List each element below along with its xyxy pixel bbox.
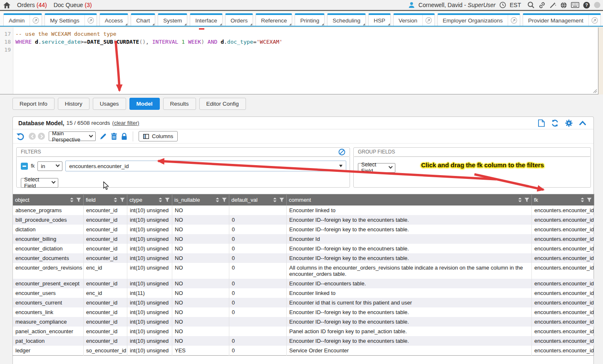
table-row[interactable]: dictationencounter_idint(10) unsignedNO0… [13,225,594,234]
wand-icon[interactable] [549,2,556,9]
table-row[interactable]: pat_locationencounter_idint(10) unsigned… [13,336,594,346]
sort-icon[interactable] [581,198,584,202]
clear-filter-link[interactable]: (clear filter) [112,120,139,126]
cell-comment: Panel action ID foreign key to panel_act… [287,327,532,336]
gear-icon[interactable] [565,119,573,127]
cell-object: encounter_present_except [13,279,84,288]
cell-ctype: int(10) unsigned [127,279,172,288]
popout-icon[interactable] [588,15,601,26]
col-header-comment[interactable]: comment [287,194,532,206]
tab-report-info[interactable]: Report Info [12,98,55,110]
nav-tab-reference[interactable]: Reference [256,13,292,26]
table-row[interactable]: measure_complianceencounter_idint(10) un… [13,317,594,327]
sort-icon[interactable] [273,198,277,202]
popout-icon[interactable] [508,15,520,26]
nav-tab-employer-organizations[interactable]: Employer Organizations [437,13,520,26]
table-row[interactable]: bill_procedure_codesencounter_idint(10) … [13,215,594,225]
nav-tab-orders[interactable]: Orders [225,13,253,26]
clear-filters-icon[interactable] [338,149,345,156]
nav-tab-provider-management[interactable]: Provider Management [523,13,601,26]
nav-tab-version[interactable]: Version [393,13,435,26]
undo-icon[interactable] [16,132,25,141]
menu-doc-queue[interactable]: Doc Queue (3) [54,2,92,8]
filter-operator-select[interactable]: in [37,161,62,171]
tab-history[interactable]: History [58,98,89,110]
col-header-default-val[interactable]: default_val [229,194,287,206]
nav-tab-printing[interactable]: Printing [295,13,325,26]
cell-ctype: int(10) unsigned [127,317,172,327]
popout-icon[interactable] [30,15,42,26]
filter-funnel-icon[interactable] [76,198,81,202]
nav-tab-my-settings[interactable]: My Settings [45,13,97,26]
filter-funnel-icon[interactable] [120,198,125,202]
col-header-field[interactable]: field [84,194,127,206]
sort-icon[interactable] [114,198,117,202]
col-header-is-nullable[interactable]: is_nullable [172,194,229,206]
nav-tab-label: Reference [256,15,292,26]
filter-funnel-icon[interactable] [279,198,284,202]
nav-tab-system[interactable]: System [158,13,187,26]
nav-tab-hsp[interactable]: HSP [368,13,391,26]
col-header-fk[interactable]: fk [532,194,594,206]
filter-funnel-icon[interactable] [222,198,227,202]
table-row[interactable]: encounter_dictationencounter_idint(10) u… [13,244,594,253]
table-row[interactable]: encounter_billingencounter_idint(10) uns… [13,234,594,244]
filter-funnel-icon[interactable] [165,198,170,202]
collapse-icon[interactable] [579,120,586,126]
col-header-object[interactable]: object [13,194,84,206]
tab-results[interactable]: Results [163,98,196,110]
table-row[interactable]: panel_action_encounterencounter_idint(10… [13,327,594,336]
tab-editor-config[interactable]: Editor Config [199,98,246,110]
sort-icon[interactable] [159,198,162,202]
remove-filter-button[interactable] [21,163,28,170]
globe-icon[interactable] [560,2,567,9]
col-header-ctype[interactable]: ctype [127,194,172,206]
home-icon[interactable] [3,2,10,8]
editor-resize-handle[interactable] [592,88,597,93]
nav-tab-chart[interactable]: Chart [131,13,155,26]
popout-icon[interactable] [422,15,434,26]
filter-funnel-icon[interactable] [524,198,529,202]
table-row[interactable]: encounters_linkencounter_idint(10) unsig… [13,307,594,317]
sort-icon[interactable] [216,198,219,202]
clock-icon[interactable] [499,2,506,8]
history-forward-icon[interactable] [38,133,45,140]
sql-editor[interactable]: 171819 -- use the WCEXAM document typeWH… [0,27,598,94]
popout-icon[interactable] [84,15,97,26]
edit-pencil-icon[interactable] [99,133,107,140]
sort-icon[interactable] [70,198,74,202]
history-back-icon[interactable] [29,133,36,140]
refresh-icon[interactable] [551,119,559,127]
nav-tab-admin[interactable]: Admin [3,13,42,26]
tab-usages[interactable]: Usages [93,98,126,110]
table-row[interactable]: ledgerso_encounter_idint(10) unsignedYES… [13,346,594,356]
tab-model[interactable]: Model [129,98,160,110]
nav-tab-access[interactable]: Access [99,13,129,26]
delete-trash-icon[interactable] [111,133,117,140]
keyboard-icon[interactable] [571,2,579,8]
menu-orders[interactable]: Orders (44) [17,2,47,8]
table-row[interactable]: encounter_present_exceptencounter_idint(… [13,279,594,288]
table-row[interactable]: encounter_documentsencounter_idint(10) u… [13,253,594,263]
new-document-icon[interactable] [538,119,545,127]
editor-code[interactable]: -- use the WCEXAM document typeWHERE d.s… [13,27,598,94]
filter-funnel-icon[interactable] [587,198,592,202]
table-row[interactable]: absence_programsencounter_idint(10) unsi… [13,206,594,215]
table-row[interactable]: encounter_orders_revisionsenc_idint(10) … [13,263,594,279]
perspective-select[interactable]: Main Perspective [49,131,96,141]
table-row[interactable]: encounter_usersenc_idint(11)NO0Encounter… [13,288,594,298]
nav-tab-scheduling[interactable]: Scheduling [327,13,366,26]
filter-value-input[interactable]: encounters.encounter_id [65,161,346,171]
help-icon[interactable]: ? [583,2,590,9]
user-name[interactable]: Cornewell, David - SuperUser [419,2,496,8]
dropdown-caret-icon[interactable] [339,165,342,167]
add-filter-field-select[interactable]: Select Field [21,178,58,188]
link-icon[interactable] [538,2,546,9]
table-row[interactable]: encounters_currentencounter_idint(10) un… [13,298,594,307]
nav-tab-interface[interactable]: Interface [190,13,223,26]
add-group-field-select[interactable]: Select Field [358,163,395,173]
lock-icon[interactable] [121,133,127,140]
sort-icon[interactable] [518,198,522,202]
search-icon[interactable] [527,1,535,9]
columns-button[interactable]: Columns [139,131,178,141]
